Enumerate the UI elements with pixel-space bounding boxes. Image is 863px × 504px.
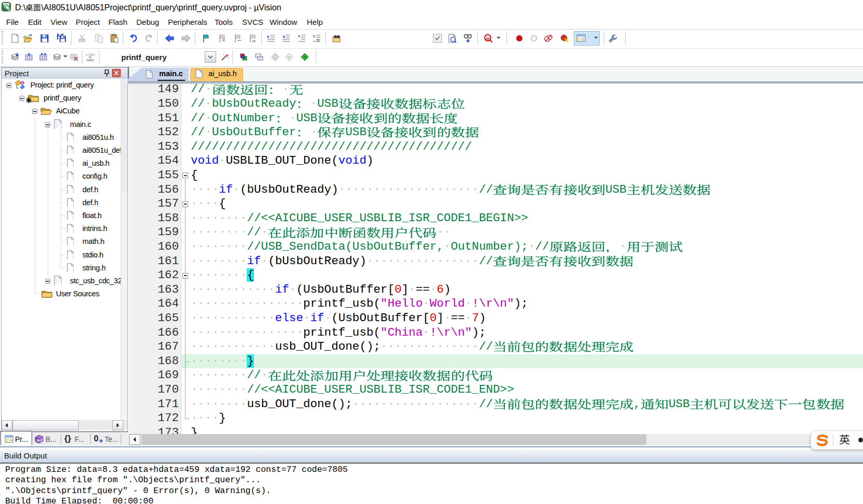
svg-text:LOAD: LOAD — [86, 53, 95, 56]
svg-text:?: ? — [37, 438, 39, 442]
svg-text:@: @ — [486, 36, 490, 41]
